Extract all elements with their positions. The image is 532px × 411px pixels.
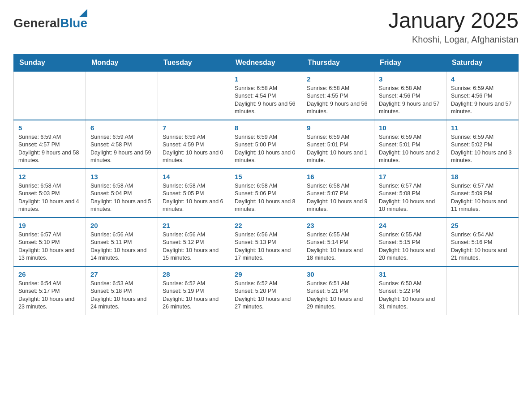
calendar-week-row: 1Sunrise: 6:58 AM Sunset: 4:54 PM Daylig… [14, 71, 519, 120]
calendar-cell: 24Sunrise: 6:55 AM Sunset: 5:15 PM Dayli… [374, 218, 446, 266]
column-header-thursday: Thursday [302, 54, 374, 71]
calendar-subtitle: Khoshi, Logar, Afghanistan [388, 34, 519, 45]
day-number: 6 [90, 124, 153, 132]
day-number: 15 [235, 173, 297, 180]
logo: General Blue [13, 9, 87, 30]
day-number: 12 [18, 173, 81, 180]
day-info: Sunrise: 6:58 AM Sunset: 5:04 PM Dayligh… [90, 182, 153, 214]
logo-blue-text: Blue [60, 16, 87, 30]
calendar-cell [86, 71, 158, 120]
day-number: 27 [90, 270, 153, 278]
day-info: Sunrise: 6:59 AM Sunset: 4:56 PM Dayligh… [451, 85, 514, 116]
day-info: Sunrise: 6:52 AM Sunset: 5:19 PM Dayligh… [163, 280, 225, 311]
day-info: Sunrise: 6:57 AM Sunset: 5:10 PM Dayligh… [18, 231, 81, 262]
calendar-cell: 17Sunrise: 6:57 AM Sunset: 5:08 PM Dayli… [374, 169, 446, 218]
day-number: 25 [451, 222, 514, 229]
day-info: Sunrise: 6:58 AM Sunset: 4:54 PM Dayligh… [235, 85, 297, 116]
day-info: Sunrise: 6:55 AM Sunset: 5:15 PM Dayligh… [379, 231, 442, 262]
day-number: 23 [307, 222, 369, 229]
day-number: 1 [235, 75, 297, 83]
calendar-cell: 16Sunrise: 6:58 AM Sunset: 5:07 PM Dayli… [302, 169, 374, 218]
day-number: 10 [379, 124, 442, 132]
day-number: 14 [163, 173, 225, 180]
column-header-wednesday: Wednesday [230, 54, 302, 71]
calendar-cell: 6Sunrise: 6:59 AM Sunset: 4:58 PM Daylig… [86, 120, 158, 169]
calendar-cell: 2Sunrise: 6:58 AM Sunset: 4:55 PM Daylig… [302, 71, 374, 120]
day-info: Sunrise: 6:59 AM Sunset: 4:59 PM Dayligh… [163, 133, 225, 165]
day-info: Sunrise: 6:59 AM Sunset: 5:01 PM Dayligh… [307, 133, 369, 165]
calendar-week-row: 19Sunrise: 6:57 AM Sunset: 5:10 PM Dayli… [14, 218, 519, 266]
column-header-sunday: Sunday [14, 54, 86, 71]
calendar-cell: 31Sunrise: 6:50 AM Sunset: 5:22 PM Dayli… [374, 266, 446, 315]
calendar-table: SundayMondayTuesdayWednesdayThursdayFrid… [13, 54, 519, 315]
calendar-cell: 10Sunrise: 6:59 AM Sunset: 5:01 PM Dayli… [374, 120, 446, 169]
calendar-cell: 12Sunrise: 6:58 AM Sunset: 5:03 PM Dayli… [14, 169, 86, 218]
day-number: 21 [163, 222, 225, 229]
calendar-cell: 18Sunrise: 6:57 AM Sunset: 5:09 PM Dayli… [446, 169, 519, 218]
calendar-cell: 20Sunrise: 6:56 AM Sunset: 5:11 PM Dayli… [86, 218, 158, 266]
day-number: 19 [18, 222, 81, 229]
day-info: Sunrise: 6:59 AM Sunset: 5:02 PM Dayligh… [451, 133, 514, 165]
day-number: 18 [451, 173, 514, 180]
day-info: Sunrise: 6:50 AM Sunset: 5:22 PM Dayligh… [379, 280, 442, 311]
calendar-week-row: 12Sunrise: 6:58 AM Sunset: 5:03 PM Dayli… [14, 169, 519, 218]
calendar-cell: 28Sunrise: 6:52 AM Sunset: 5:19 PM Dayli… [158, 266, 230, 315]
calendar-cell: 27Sunrise: 6:53 AM Sunset: 5:18 PM Dayli… [86, 266, 158, 315]
day-info: Sunrise: 6:59 AM Sunset: 4:57 PM Dayligh… [18, 133, 81, 165]
day-number: 16 [307, 173, 369, 180]
calendar-header-row: SundayMondayTuesdayWednesdayThursdayFrid… [14, 54, 519, 71]
day-number: 7 [163, 124, 225, 132]
calendar-cell: 3Sunrise: 6:58 AM Sunset: 4:56 PM Daylig… [374, 71, 446, 120]
column-header-tuesday: Tuesday [158, 54, 230, 71]
day-info: Sunrise: 6:58 AM Sunset: 4:56 PM Dayligh… [379, 85, 442, 116]
calendar-cell: 22Sunrise: 6:56 AM Sunset: 5:13 PM Dayli… [230, 218, 302, 266]
page-header: General Blue January 2025 Khoshi, Logar,… [13, 9, 519, 45]
day-number: 22 [235, 222, 297, 229]
calendar-cell: 30Sunrise: 6:51 AM Sunset: 5:21 PM Dayli… [302, 266, 374, 315]
column-header-monday: Monday [86, 54, 158, 71]
day-info: Sunrise: 6:57 AM Sunset: 5:09 PM Dayligh… [451, 182, 514, 214]
day-number: 20 [90, 222, 153, 229]
logo-general-text: General [13, 16, 60, 30]
calendar-cell: 21Sunrise: 6:56 AM Sunset: 5:12 PM Dayli… [158, 218, 230, 266]
day-info: Sunrise: 6:58 AM Sunset: 5:06 PM Dayligh… [235, 182, 297, 214]
calendar-cell: 25Sunrise: 6:54 AM Sunset: 5:16 PM Dayli… [446, 218, 519, 266]
day-info: Sunrise: 6:56 AM Sunset: 5:11 PM Dayligh… [90, 231, 153, 262]
day-info: Sunrise: 6:56 AM Sunset: 5:12 PM Dayligh… [163, 231, 225, 262]
calendar-cell [14, 71, 86, 120]
day-number: 3 [379, 75, 442, 83]
day-number: 5 [18, 124, 81, 132]
calendar-cell: 13Sunrise: 6:58 AM Sunset: 5:04 PM Dayli… [86, 169, 158, 218]
day-number: 31 [379, 270, 442, 278]
calendar-cell: 29Sunrise: 6:52 AM Sunset: 5:20 PM Dayli… [230, 266, 302, 315]
calendar-cell: 15Sunrise: 6:58 AM Sunset: 5:06 PM Dayli… [230, 169, 302, 218]
day-info: Sunrise: 6:54 AM Sunset: 5:17 PM Dayligh… [18, 280, 81, 311]
logo-blue-part: Blue [60, 9, 87, 30]
day-number: 2 [307, 75, 369, 83]
day-info: Sunrise: 6:54 AM Sunset: 5:16 PM Dayligh… [451, 231, 514, 262]
day-info: Sunrise: 6:56 AM Sunset: 5:13 PM Dayligh… [235, 231, 297, 262]
day-number: 13 [90, 173, 153, 180]
day-info: Sunrise: 6:51 AM Sunset: 5:21 PM Dayligh… [307, 280, 369, 311]
day-number: 17 [379, 173, 442, 180]
calendar-cell [158, 71, 230, 120]
day-info: Sunrise: 6:57 AM Sunset: 5:08 PM Dayligh… [379, 182, 442, 214]
day-number: 11 [451, 124, 514, 132]
calendar-cell: 11Sunrise: 6:59 AM Sunset: 5:02 PM Dayli… [446, 120, 519, 169]
calendar-cell: 14Sunrise: 6:58 AM Sunset: 5:05 PM Dayli… [158, 169, 230, 218]
column-header-saturday: Saturday [446, 54, 519, 71]
calendar-cell: 26Sunrise: 6:54 AM Sunset: 5:17 PM Dayli… [14, 266, 86, 315]
day-number: 4 [451, 75, 514, 83]
day-info: Sunrise: 6:59 AM Sunset: 5:01 PM Dayligh… [379, 133, 442, 165]
day-info: Sunrise: 6:59 AM Sunset: 5:00 PM Dayligh… [235, 133, 297, 165]
calendar-week-row: 26Sunrise: 6:54 AM Sunset: 5:17 PM Dayli… [14, 266, 519, 315]
calendar-cell: 4Sunrise: 6:59 AM Sunset: 4:56 PM Daylig… [446, 71, 519, 120]
calendar-title: January 2025 [388, 9, 519, 33]
calendar-cell: 7Sunrise: 6:59 AM Sunset: 4:59 PM Daylig… [158, 120, 230, 169]
calendar-cell: 9Sunrise: 6:59 AM Sunset: 5:01 PM Daylig… [302, 120, 374, 169]
column-header-friday: Friday [374, 54, 446, 71]
day-number: 30 [307, 270, 369, 278]
day-info: Sunrise: 6:52 AM Sunset: 5:20 PM Dayligh… [235, 280, 297, 311]
day-info: Sunrise: 6:58 AM Sunset: 5:03 PM Dayligh… [18, 182, 81, 214]
calendar-cell: 5Sunrise: 6:59 AM Sunset: 4:57 PM Daylig… [14, 120, 86, 169]
